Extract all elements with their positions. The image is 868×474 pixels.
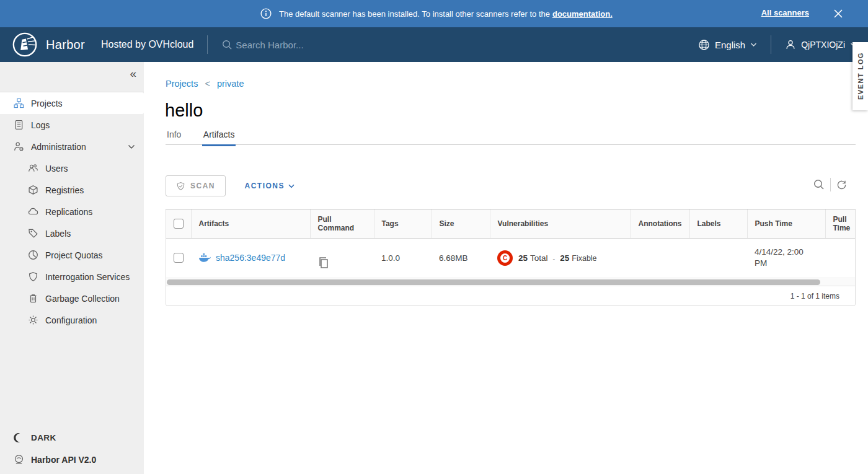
sidebar-item-project-quotas[interactable]: Project Quotas	[0, 244, 144, 266]
main-content: Projects < private hello Info Artifacts …	[144, 62, 868, 474]
toolbar-divider	[830, 178, 831, 191]
pie-chart-icon	[28, 250, 38, 260]
breadcrumb-project-link[interactable]: private	[217, 79, 244, 89]
shield-icon	[28, 271, 38, 282]
push-time-value: 4/14/22, 2:00 PM	[755, 247, 818, 269]
sidebar-item-projects[interactable]: Projects	[0, 92, 144, 114]
event-log-label: EVENT LOG	[857, 52, 864, 100]
admin-user-gear-icon	[14, 141, 24, 152]
info-icon	[260, 8, 272, 19]
app-level-alert: The default scanner has been installed. …	[0, 0, 868, 27]
sidebar-item-label: Configuration	[45, 315, 97, 325]
labels-cell	[689, 238, 747, 278]
collapse-sidebar-icon[interactable]: «	[130, 67, 136, 81]
gear-icon	[28, 315, 38, 325]
sidebar-item-label: Replications	[45, 207, 92, 217]
harbor-logo-icon[interactable]	[12, 32, 37, 57]
sidebar-item-replications[interactable]: Replications	[0, 201, 144, 222]
column-size: Size	[432, 209, 490, 238]
package-icon	[28, 185, 38, 195]
api-swagger-icon	[14, 454, 24, 465]
harbor-api-link[interactable]: Harbor API V2.0	[0, 449, 144, 470]
sidebar-item-label: Users	[45, 164, 68, 173]
copy-pull-command-icon[interactable]	[317, 256, 366, 270]
column-push-time: Push Time	[747, 209, 825, 238]
column-labels: Labels	[689, 209, 747, 238]
actions-dropdown-button[interactable]: ACTIONS	[244, 175, 294, 196]
sidebar-item-label: Interrogation Services	[45, 272, 130, 282]
scrollbar-thumb[interactable]	[167, 279, 820, 285]
sidebar-item-interrogation-services[interactable]: Interrogation Services	[0, 266, 144, 287]
artifacts-table: Artifacts Pull Command Tags Size Vulnera…	[166, 209, 856, 306]
tab-info[interactable]: Info	[166, 129, 182, 144]
sidebar-item-administration[interactable]: Administration	[0, 136, 144, 157]
pagination-summary: 1 - 1 of 1 items	[790, 292, 839, 301]
column-annotations: Annotations	[631, 209, 689, 238]
refresh-icon[interactable]	[836, 179, 848, 191]
tab-artifacts[interactable]: Artifacts	[202, 129, 236, 146]
cloud-icon	[28, 206, 38, 217]
vuln-total-count: 25	[518, 253, 528, 263]
search-input[interactable]	[236, 40, 329, 50]
search-icon	[221, 39, 233, 51]
column-vulnerabilities: Vulnerabilities	[490, 209, 631, 238]
table-row: sha256:3e49e77d 1.0.0 6.68MB C	[166, 238, 856, 278]
filter-search-icon[interactable]	[813, 178, 825, 191]
header-divider	[771, 35, 771, 54]
alert-message: The default scanner has been installed. …	[279, 9, 613, 19]
project-tabs: Info Artifacts	[166, 129, 856, 145]
trash-icon	[28, 293, 38, 304]
column-tags: Tags	[374, 209, 432, 238]
sidebar-item-registries[interactable]: Registries	[0, 179, 144, 201]
horizontal-scrollbar	[166, 278, 855, 286]
table-header-row: Artifacts Pull Command Tags Size Vulnera…	[166, 209, 856, 238]
organization-icon	[14, 98, 24, 108]
all-scanners-link[interactable]: All scanners	[761, 8, 809, 17]
chevron-down-icon[interactable]	[128, 144, 135, 149]
language-menu[interactable]: English	[698, 39, 757, 51]
side-navigation: « Projects Logs Administration	[0, 62, 144, 474]
breadcrumb-projects-link[interactable]: Projects	[166, 79, 198, 89]
shield-check-icon	[176, 182, 185, 191]
theme-toggle-dark[interactable]: DARK	[0, 427, 144, 449]
app-header: Harbor Hosted by OVHcloud English QjPTXI…	[0, 27, 868, 62]
vuln-fixable-count: 25	[560, 253, 569, 263]
users-icon	[28, 163, 38, 173]
scan-button[interactable]: SCAN	[166, 175, 226, 196]
global-search[interactable]	[221, 39, 329, 51]
artifact-digest-link[interactable]: sha256:3e49e77d	[216, 253, 285, 263]
brand-title[interactable]: Harbor	[46, 38, 85, 52]
chevron-down-icon	[750, 42, 757, 47]
sidebar-item-label: Registries	[45, 185, 84, 195]
sidebar-item-label: Projects	[31, 99, 63, 108]
annotations-cell	[631, 238, 689, 278]
username-label: QjPTXIOjZi	[801, 40, 845, 50]
language-label: English	[715, 40, 745, 50]
select-all-checkbox[interactable]	[174, 219, 184, 229]
pull-time-cell	[825, 238, 856, 278]
page-title: hello	[165, 100, 203, 121]
docker-whale-icon	[198, 253, 211, 263]
sidebar-item-logs[interactable]: Logs	[0, 114, 144, 136]
header-divider	[207, 35, 208, 54]
theme-label: DARK	[31, 433, 56, 442]
chevron-down-icon	[288, 184, 294, 188]
row-checkbox[interactable]	[174, 253, 184, 263]
breadcrumb: Projects < private	[166, 79, 244, 89]
documentation-link[interactable]: documentation.	[552, 9, 613, 19]
event-log-tab[interactable]: EVENT LOG	[852, 42, 868, 110]
sidebar-item-garbage-collection[interactable]: Garbage Collection	[0, 287, 144, 309]
tag-value: 1.0.0	[374, 238, 432, 278]
column-artifacts: Artifacts	[191, 209, 310, 238]
sidebar-item-configuration[interactable]: Configuration	[0, 309, 144, 331]
hosted-by-label: Hosted by OVHcloud	[101, 39, 193, 50]
vulnerabilities-cell[interactable]: C 25Total-25Fixable	[497, 250, 623, 266]
sidebar-item-users[interactable]: Users	[0, 157, 144, 179]
sidebar-item-label: Garbage Collection	[45, 294, 120, 304]
size-value: 6.68MB	[432, 238, 490, 278]
close-icon[interactable]	[832, 7, 844, 20]
sidebar-item-labels[interactable]: Labels	[0, 222, 144, 244]
sidebar-item-label: Administration	[31, 142, 86, 152]
artifacts-toolbar: SCAN ACTIONS	[166, 175, 856, 196]
user-menu[interactable]: QjPTXIOjZi	[785, 39, 857, 50]
